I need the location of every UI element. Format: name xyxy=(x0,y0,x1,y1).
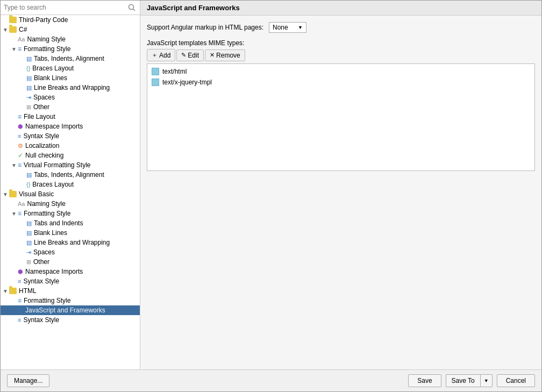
save-to-button[interactable]: Save To xyxy=(446,374,480,387)
tree-item-csharp-linebreaks[interactable]: ▤Line Breaks and Wrapping xyxy=(1,83,140,92)
remove-label: Remove xyxy=(216,52,240,59)
tree-item-vb-linebreaks[interactable]: ▤Line Breaks and Wrapping xyxy=(1,238,140,247)
tree-item-label: Other xyxy=(33,258,49,266)
tree-item-csharp-localization[interactable]: ⚙Localization xyxy=(1,141,140,151)
svg-point-0 xyxy=(129,5,134,10)
tree-item-html-js[interactable]: ⬡JavaScript and Frameworks xyxy=(1,305,140,315)
add-mime-button[interactable]: ＋ Add xyxy=(147,49,175,61)
expand-arrow: ▼ xyxy=(3,288,9,294)
add-label: Add xyxy=(159,52,170,59)
tree-item-csharp-naming[interactable]: AaNaming Style xyxy=(1,34,140,44)
tree-item-csharp-formatting[interactable]: ▼≡Formatting Style xyxy=(1,44,140,54)
tree-item-label: Null checking xyxy=(25,152,63,159)
search-icon[interactable] xyxy=(127,3,137,12)
tree-item-csharp-other[interactable]: ⊞Other xyxy=(1,102,140,112)
svg-line-1 xyxy=(133,9,136,11)
tree-item-csharp[interactable]: ▼ C# xyxy=(1,25,140,34)
tree-item-vb-syntax[interactable]: ≡Syntax Style xyxy=(1,276,140,286)
expand-arrow: ▼ xyxy=(3,191,9,197)
tree-item-label: Localization xyxy=(25,142,59,149)
tree-item-label: Blank Lines xyxy=(34,74,67,82)
tree-item-label: Tabs, Indents, Alignment xyxy=(34,171,104,179)
tree-item-csharp-braces[interactable]: {}Braces Layout xyxy=(1,63,140,73)
save-to-dropdown-arrow[interactable]: ▼ xyxy=(480,374,493,387)
cancel-button[interactable]: Cancel xyxy=(497,374,535,387)
tree-item-label: Braces Layout xyxy=(32,181,74,188)
tree-item-label: Formatting Style xyxy=(24,297,70,304)
tree-item-vb-tabs[interactable]: ▤Tabs and Indents xyxy=(1,218,140,228)
dialog-body: Third-Party Code▼ C# AaNaming Style▼≡For… xyxy=(1,1,541,369)
expand-arrow: ▼ xyxy=(11,211,18,217)
tree-item-html[interactable]: ▼ HTML xyxy=(1,286,140,296)
manage-button[interactable]: Manage... xyxy=(7,374,49,387)
tree-item-csharp-tabs[interactable]: ▤Tabs, Indents, Alignment xyxy=(1,54,140,63)
mime-item-label: text/x-jquery-tmpl xyxy=(162,79,212,86)
mime-item[interactable]: text/x-jquery-tmpl xyxy=(149,77,532,88)
bottom-bar: Manage... Save Save To ▼ Cancel xyxy=(1,369,541,391)
mime-list: text/html text/x-jquery-tmpl xyxy=(147,63,535,171)
plus-icon: ＋ xyxy=(152,51,158,59)
tree-item-label: Naming Style xyxy=(27,200,65,208)
tree-item-csharp-syntax[interactable]: ≡Syntax Style xyxy=(1,131,140,141)
tree-item-third-party[interactable]: Third-Party Code xyxy=(1,15,140,25)
save-to-wrap: Save To ▼ xyxy=(446,374,493,387)
tree-item-label: Virtual Formatting Style xyxy=(24,161,91,169)
tree-item-label: Line Breaks and Wrapping xyxy=(34,239,110,246)
tree-item-label: Syntax Style xyxy=(23,316,59,324)
tree-item-csharp-virtual-tabs[interactable]: ▤Tabs, Indents, Alignment xyxy=(1,170,140,180)
tree-item-label: Spaces xyxy=(33,94,55,101)
tree-item-csharp-filelayout[interactable]: ≡File Layout xyxy=(1,112,140,122)
expand-arrow: ▼ xyxy=(11,46,18,52)
tree-item-csharp-spaces[interactable]: ⇥Spaces xyxy=(1,92,140,102)
tree-item-label: JavaScript and Frameworks xyxy=(25,307,105,314)
tree-item-label: Tabs and Indents xyxy=(34,219,83,227)
tree-item-vb-formatting[interactable]: ▼≡Formatting Style xyxy=(1,209,140,218)
tree-item-label: Other xyxy=(33,103,49,111)
tree-item-vb-namespace[interactable]: ⬢Namespace Imports xyxy=(1,267,140,276)
pencil-icon: ✎ xyxy=(181,52,186,59)
mime-item[interactable]: text/html xyxy=(149,66,532,77)
search-input[interactable] xyxy=(4,4,127,11)
tree-item-label: Formatting Style xyxy=(24,210,70,217)
tree-item-csharp-virtual[interactable]: ▼≡Virtual Formatting Style xyxy=(1,160,140,170)
tree-item-vb-other[interactable]: ⊞Other xyxy=(1,257,140,267)
panel-title: JavaScript and Frameworks xyxy=(140,1,541,16)
right-panel: JavaScript and Frameworks Support Angula… xyxy=(140,1,541,369)
tree-item-vb-spaces[interactable]: ⇥Spaces xyxy=(1,247,140,257)
settings-dialog: Third-Party Code▼ C# AaNaming Style▼≡For… xyxy=(0,0,542,392)
tree-item-label: Formatting Style xyxy=(24,45,70,53)
tree-item-vb-naming[interactable]: AaNaming Style xyxy=(1,199,140,209)
tree-item-html-formatting[interactable]: ≡Formatting Style xyxy=(1,296,140,305)
expand-arrow: ▼ xyxy=(11,162,18,168)
mime-item-label: text/html xyxy=(162,68,187,75)
angular-label: Support Angular markup in HTML pages: xyxy=(147,24,263,31)
tree-item-label: Syntax Style xyxy=(23,132,59,140)
mime-toolbar: ＋ Add ✎ Edit ✕ Remove xyxy=(147,49,535,61)
save-button[interactable]: Save xyxy=(408,374,441,387)
tree-item-html-syntax[interactable]: ≡Syntax Style xyxy=(1,315,140,325)
remove-mime-button[interactable]: ✕ Remove xyxy=(205,49,245,61)
mime-file-icon xyxy=(152,79,159,86)
mime-label: JavaScript templates MIME types: xyxy=(147,39,535,47)
tree-item-vb-blank[interactable]: ▤Blank Lines xyxy=(1,228,140,238)
tree-item-vb[interactable]: ▼ Visual Basic xyxy=(1,189,140,199)
edit-label: Edit xyxy=(188,52,199,59)
tree-item-label: File Layout xyxy=(24,113,55,120)
tree-item-label: HTML xyxy=(19,287,37,295)
angular-dropdown[interactable]: None ▼ xyxy=(269,22,306,33)
panel-content: Support Angular markup in HTML pages: No… xyxy=(140,16,541,369)
angular-value: None xyxy=(273,24,288,31)
tree-item-label: Line Breaks and Wrapping xyxy=(34,84,110,91)
edit-mime-button[interactable]: ✎ Edit xyxy=(176,49,204,61)
angular-row: Support Angular markup in HTML pages: No… xyxy=(147,22,535,33)
tree-item-csharp-namespace[interactable]: ⬢Namespace Imports xyxy=(1,122,140,131)
mime-file-icon xyxy=(152,68,159,75)
tree-item-csharp-null[interactable]: ✓Null checking xyxy=(1,151,140,160)
tree-item-label: Spaces xyxy=(33,248,55,256)
tree-item-csharp-blank[interactable]: ▤Blank Lines xyxy=(1,73,140,83)
tree-item-label: Namespace Imports xyxy=(25,123,83,130)
tree-item-label: Blank Lines xyxy=(34,229,67,237)
mime-section: JavaScript templates MIME types: ＋ Add ✎… xyxy=(147,39,535,171)
left-panel: Third-Party Code▼ C# AaNaming Style▼≡For… xyxy=(1,1,140,369)
tree-item-csharp-virtual-braces[interactable]: {}Braces Layout xyxy=(1,180,140,189)
